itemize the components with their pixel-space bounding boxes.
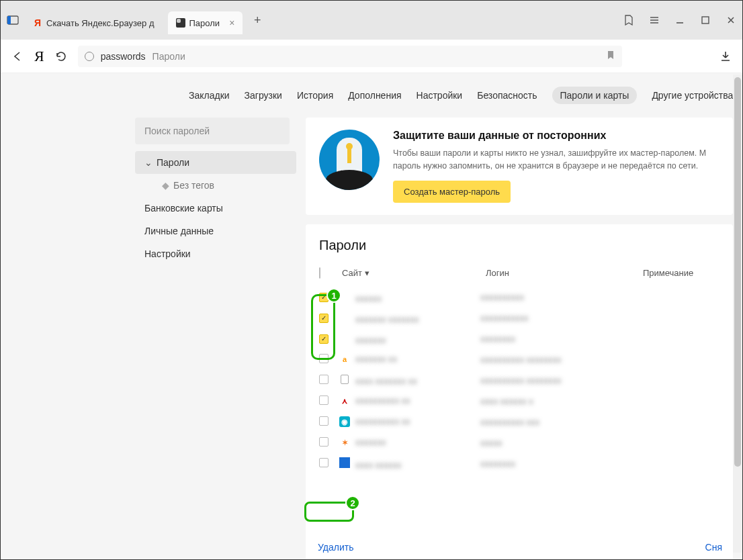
row-checkbox[interactable]: [319, 458, 329, 467]
row-checkbox[interactable]: ✓: [319, 334, 329, 344]
yandex-favicon: Я: [33, 18, 42, 28]
settings-topnav: Закладки Загрузки История Дополнения Нас…: [1, 73, 742, 118]
nav-downloads[interactable]: Загрузки: [245, 90, 282, 101]
nav-devices[interactable]: Другие устройства: [652, 90, 733, 101]
login-cell: xxxxxxxxxx xxxxxxxx: [480, 355, 562, 365]
amazon-favicon: a: [339, 354, 350, 365]
table-row[interactable]: ✓xxxxxxxxxxxxxxxx: [319, 287, 730, 308]
tab-yandex-download[interactable]: Я Скачать Яндекс.Браузер д: [25, 11, 163, 34]
site-cell: xxxxxxx xx: [355, 354, 397, 364]
table-row[interactable]: xxxx xxxxxxxxxxxxxx: [319, 453, 730, 474]
sidemenu-passwords[interactable]: ⌄ Пароли: [135, 151, 296, 174]
search-passwords-input[interactable]: Поиск паролей: [135, 118, 290, 144]
site-cell: xxxx xxxxxxx xx: [355, 376, 417, 386]
sidemenu-settings[interactable]: Настройки: [135, 242, 296, 265]
login-cell: xxxxxxxxxxx: [480, 313, 529, 323]
login-cell: xxxxx: [480, 438, 502, 448]
app-favicon: [339, 457, 350, 468]
promo-key-illustration: [319, 130, 380, 190]
site-cell: xxxxxxx: [355, 335, 386, 345]
svg-rect-1: [7, 16, 11, 24]
table-row[interactable]: ✶xxxxxxxxxxxx: [319, 432, 730, 453]
table-row[interactable]: ◉xxxxxxxxxx xxxxxxxxxxxx xxx: [319, 412, 730, 432]
back-icon[interactable]: [10, 49, 25, 64]
nav-passwords-cards[interactable]: Пароли и карты: [552, 87, 638, 104]
minimize-icon[interactable]: [674, 14, 686, 26]
tab-label: Пароли: [189, 18, 220, 28]
vertical-scrollbar[interactable]: [733, 75, 742, 553]
row-checkbox[interactable]: [319, 375, 329, 384]
close-tab-icon[interactable]: ×: [229, 17, 234, 28]
login-cell: xxxxxxxx: [480, 459, 515, 469]
address-input[interactable]: passwords Пароли: [78, 46, 622, 67]
sort-chevron-icon[interactable]: ▾: [365, 268, 369, 278]
table-row[interactable]: ✓xxxxxxxxxxxxxxx: [319, 328, 730, 349]
chevron-down-icon: ⌄: [144, 157, 152, 168]
search-placeholder: Поиск паролей: [144, 126, 210, 136]
delete-button[interactable]: Удалить: [318, 542, 353, 553]
login-cell: xxxxxxxxxx xxx: [480, 417, 539, 427]
nav-settings[interactable]: Настройки: [417, 90, 463, 101]
maximize-icon[interactable]: [699, 14, 711, 26]
login-cell: xxxxxxxxxx xxxxxxxx: [480, 375, 562, 385]
nav-addons[interactable]: Дополнения: [348, 90, 401, 101]
site-cell: xxxxxxx: [355, 437, 386, 447]
row-checkbox[interactable]: [319, 416, 329, 426]
tag-icon: ◆: [162, 180, 169, 191]
tab-passwords[interactable]: Пароли ×: [168, 11, 243, 34]
row-checkbox[interactable]: [319, 395, 329, 405]
window-titlebar: Я Скачать Яндекс.Браузер д Пароли × +: [1, 1, 742, 40]
bookmark-icon[interactable]: [606, 50, 615, 62]
sidemenu-cards[interactable]: Банковские карты: [135, 197, 296, 220]
sidebar-toggle-icon[interactable]: [6, 13, 19, 27]
globe-icon: [85, 52, 94, 61]
close-window-icon[interactable]: [725, 14, 737, 26]
menu-icon[interactable]: [648, 14, 660, 26]
yandex-logo-icon[interactable]: Я: [34, 48, 44, 65]
site-favicon: [339, 291, 350, 301]
create-master-password-button[interactable]: Создать мастер-пароль: [393, 181, 511, 203]
downloads-icon[interactable]: [718, 49, 733, 64]
row-checkbox[interactable]: ✓: [319, 314, 329, 323]
row-checkbox[interactable]: [319, 354, 329, 363]
sidemenu-personal[interactable]: Личные данные: [135, 220, 296, 242]
url-title: Пароли: [152, 51, 185, 62]
passwords-favicon: [176, 18, 185, 28]
document-favicon: [339, 374, 350, 385]
passwords-panel: Пароли Сайт ▾ Логин Примечание ✓xxxxxxxx…: [306, 224, 733, 561]
site-cell: xxxxxxxxxx xx: [355, 395, 410, 406]
master-password-promo: Защитите ваши данные от посторонних Чтоб…: [306, 118, 733, 215]
url-host: passwords: [101, 51, 146, 62]
promo-heading: Защитите ваши данные от посторонних: [393, 130, 719, 142]
avast-favicon: ✶: [339, 437, 350, 448]
site-cell: xxxxxx: [355, 293, 382, 304]
bookmarks-icon[interactable]: [623, 14, 635, 26]
site-cell: xxxxxxx xxxxxxx: [355, 314, 419, 324]
nav-security[interactable]: Безопасность: [477, 90, 537, 101]
login-cell: xxxxxxxxxx: [480, 292, 524, 302]
deselect-link[interactable]: Сня: [705, 542, 722, 553]
app-favicon: ◉: [339, 416, 350, 427]
select-all-checkbox[interactable]: [319, 267, 320, 279]
row-checkbox[interactable]: ✓: [319, 293, 329, 302]
col-login-header[interactable]: Логин: [486, 268, 509, 278]
table-row[interactable]: xxxx xxxxxxx xxxxxxxxxxxx xxxxxxxx: [319, 370, 730, 391]
new-tab-button[interactable]: +: [248, 11, 267, 30]
svg-rect-2: [702, 17, 709, 24]
nav-bookmarks[interactable]: Закладки: [189, 90, 230, 101]
reload-icon[interactable]: [54, 49, 69, 64]
nav-history[interactable]: История: [297, 90, 333, 101]
sidemenu-no-tags[interactable]: ◆ Без тегов: [135, 174, 296, 197]
passwords-sidemenu: ⌄ Пароли ◆ Без тегов Банковские карты Ли…: [135, 151, 296, 265]
col-site-header[interactable]: Сайт: [342, 268, 362, 278]
site-cell: xxxxxxxxxx xx: [355, 416, 410, 426]
col-note-header[interactable]: Примечание: [643, 268, 693, 278]
table-row[interactable]: ⋏xxxxxxxxxx xxxxxx xxxxxx x: [319, 391, 730, 412]
login-cell: xxxx xxxxxx x: [480, 396, 533, 406]
table-row[interactable]: ✓xxxxxxx xxxxxxxxxxxxxxxxxx: [319, 308, 730, 328]
address-bar: Я passwords Пароли: [1, 40, 742, 73]
table-row[interactable]: axxxxxxx xxxxxxxxxxxx xxxxxxxx: [319, 349, 730, 370]
adobe-favicon: ⋏: [339, 395, 350, 406]
login-cell: xxxxxxxx: [480, 334, 515, 344]
row-checkbox[interactable]: [319, 437, 329, 447]
